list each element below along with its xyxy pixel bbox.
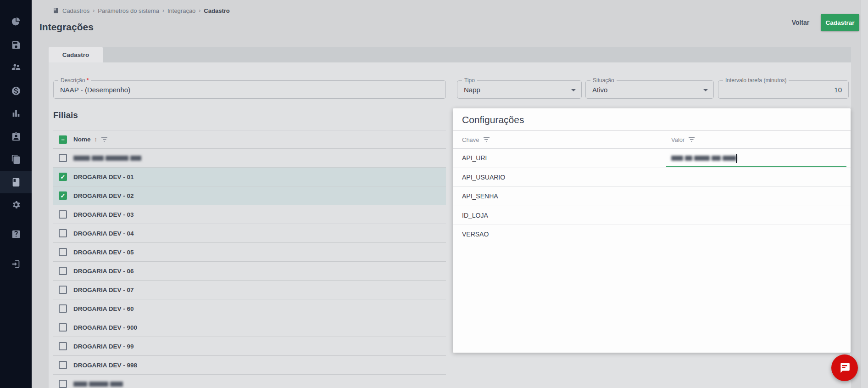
intervalo-value: 10 (725, 81, 842, 98)
sidebar-item-dollar[interactable] (0, 80, 32, 102)
configuracoes-table-header: Chave Valor (453, 130, 851, 149)
page-title: Integrações (39, 22, 94, 33)
book-icon (11, 177, 21, 187)
breadcrumb: Cadastros›Parâmetros do sistema›Integraç… (53, 6, 230, 15)
filial-checkbox[interactable] (59, 248, 67, 256)
book-icon (53, 7, 59, 14)
filter-icon[interactable] (101, 137, 107, 142)
filial-checkbox[interactable] (59, 304, 67, 313)
filial-name: DROGARIA DEV - 07 (73, 287, 134, 293)
config-key: API_USUARIO (462, 174, 505, 181)
tipo-value: Napp (464, 81, 568, 98)
config-row[interactable]: ID_LOJA (453, 206, 851, 225)
submit-button[interactable]: Cadastrar (821, 14, 859, 31)
breadcrumb-item[interactable]: Integração (167, 7, 195, 14)
tab-strip: Cadastro (49, 47, 851, 62)
filial-checkbox[interactable]: ✓ (59, 191, 67, 200)
filial-checkbox[interactable] (59, 323, 67, 332)
filial-row[interactable]: ✓DROGARIA DEV - 02 (53, 186, 446, 205)
breadcrumb-separator: › (199, 7, 200, 14)
filiais-title: Filiais (53, 110, 78, 120)
descricao-field[interactable]: Descrição * NAAP - (Desempenho) (53, 80, 446, 99)
filial-name: DROGARIA DEV - 99 (73, 343, 134, 350)
situacao-select[interactable]: Situação Ativo (585, 80, 714, 99)
config-row[interactable]: API_SENHA (453, 187, 851, 206)
filial-row[interactable]: DROGARIA DEV - 03 (53, 205, 446, 224)
filial-checkbox[interactable] (59, 267, 67, 275)
config-key: VERSAO (462, 231, 489, 238)
chevron-down-icon (571, 89, 576, 91)
descricao-value: NAAP - (Desempenho) (60, 81, 432, 98)
filter-icon[interactable] (689, 137, 695, 142)
filial-row[interactable]: DROGARIA DEV - 998 (53, 356, 446, 375)
breadcrumb-item[interactable]: Cadastros (62, 7, 89, 14)
chevron-down-icon (703, 89, 708, 91)
filial-name: DROGARIA DEV - 900 (73, 324, 137, 331)
sidebar-item-assignment[interactable] (0, 126, 32, 148)
sidebar-item-users[interactable] (0, 56, 32, 78)
select-all-checkbox[interactable]: – (59, 135, 67, 144)
documents-icon (11, 154, 21, 164)
redacted-text (671, 156, 736, 161)
chat-fab-button[interactable] (831, 354, 858, 381)
filial-row[interactable]: DROGARIA DEV - 900 (53, 318, 446, 337)
config-row[interactable]: API_USUARIO (453, 168, 851, 187)
filial-row[interactable]: DROGARIA DEV - 07 (53, 281, 446, 299)
filial-checkbox[interactable]: ✓ (59, 173, 67, 181)
intervalo-field[interactable]: Intervalo tarefa (minutos) 10 (718, 80, 849, 99)
sidebar-item-logout[interactable] (0, 253, 32, 275)
filter-icon[interactable] (484, 137, 490, 142)
filial-checkbox[interactable] (59, 154, 67, 162)
pie-chart-icon (11, 17, 21, 27)
sidebar-item-settings[interactable] (0, 194, 32, 216)
back-button[interactable]: Voltar (785, 17, 816, 28)
save-icon (11, 40, 21, 50)
tab-cadastro[interactable]: Cadastro (49, 47, 103, 62)
tipo-select[interactable]: Tipo Napp (457, 80, 582, 99)
sidebar-item-book[interactable] (0, 171, 32, 193)
filial-name: DROGARIA DEV - 01 (73, 174, 134, 180)
sidebar-item-help[interactable] (0, 223, 32, 245)
filial-row[interactable]: DROGARIA DEV - 04 (53, 224, 446, 243)
filial-checkbox[interactable] (59, 380, 67, 388)
situacao-value: Ativo (592, 81, 700, 98)
filial-checkbox[interactable] (59, 361, 67, 369)
filiais-table-header: – Nome ↑ (53, 130, 446, 149)
filial-checkbox[interactable] (59, 229, 67, 237)
filial-checkbox[interactable] (59, 210, 67, 219)
filial-row[interactable]: DROGARIA DEV - 06 (53, 262, 446, 281)
breadcrumb-item[interactable]: Parâmetros do sistema (98, 7, 159, 14)
filial-row[interactable]: DROGARIA DEV - 99 (53, 337, 446, 356)
valor-column-header: Valor (671, 136, 684, 143)
breadcrumb-separator: › (162, 7, 164, 14)
filial-name: DROGARIA DEV - 02 (73, 192, 134, 199)
filial-row[interactable]: ✓DROGARIA DEV - 01 (53, 168, 446, 186)
sort-asc-icon[interactable]: ↑ (95, 136, 98, 143)
page-scrollbar[interactable] (861, 0, 868, 388)
filial-name: DROGARIA DEV - 60 (73, 305, 134, 312)
chave-column-header: Chave (462, 136, 479, 143)
config-row[interactable]: VERSAO (453, 225, 851, 244)
sidebar-item-save[interactable] (0, 34, 32, 56)
dollar-icon (11, 86, 21, 96)
sidebar-item-pie-chart[interactable] (0, 11, 32, 33)
config-key: ID_LOJA (462, 212, 488, 219)
sidebar-item-bar-chart[interactable] (0, 102, 32, 124)
filial-name: DROGARIA DEV - 03 (73, 211, 134, 218)
nome-column-header: Nome (73, 136, 91, 143)
sidebar-item-documents[interactable] (0, 148, 32, 170)
text-cursor (736, 154, 737, 163)
input-focus-underline (666, 166, 846, 167)
filial-row[interactable]: DROGARIA DEV - 60 (53, 299, 446, 318)
sidebar (0, 0, 32, 388)
filial-row[interactable] (53, 149, 446, 168)
filial-checkbox[interactable] (59, 286, 67, 294)
filial-name: DROGARIA DEV - 05 (73, 249, 134, 256)
config-value-input[interactable] (666, 152, 846, 167)
breadcrumb-separator: › (93, 7, 95, 14)
filial-name: DROGARIA DEV - 04 (73, 230, 134, 237)
config-row[interactable]: API_URL (453, 149, 851, 168)
filial-row[interactable] (53, 375, 446, 388)
filial-checkbox[interactable] (59, 342, 67, 350)
filial-row[interactable]: DROGARIA DEV - 05 (53, 243, 446, 262)
